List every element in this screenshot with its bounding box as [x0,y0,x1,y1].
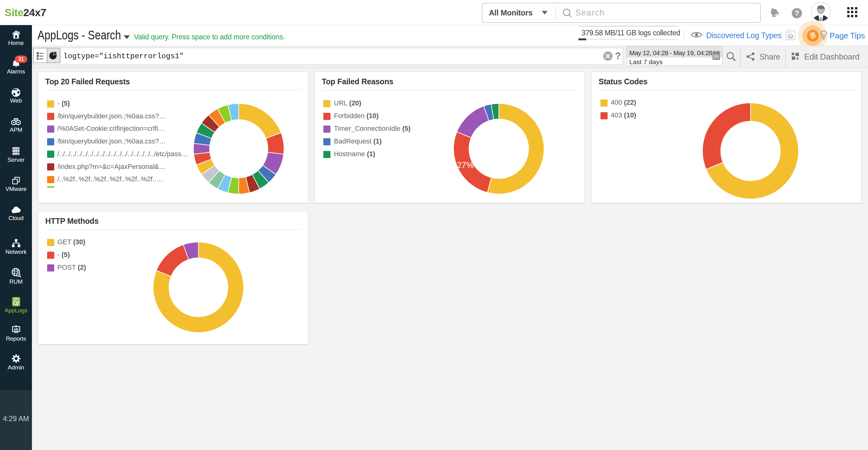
svg-text:27%: 27% [457,161,474,170]
